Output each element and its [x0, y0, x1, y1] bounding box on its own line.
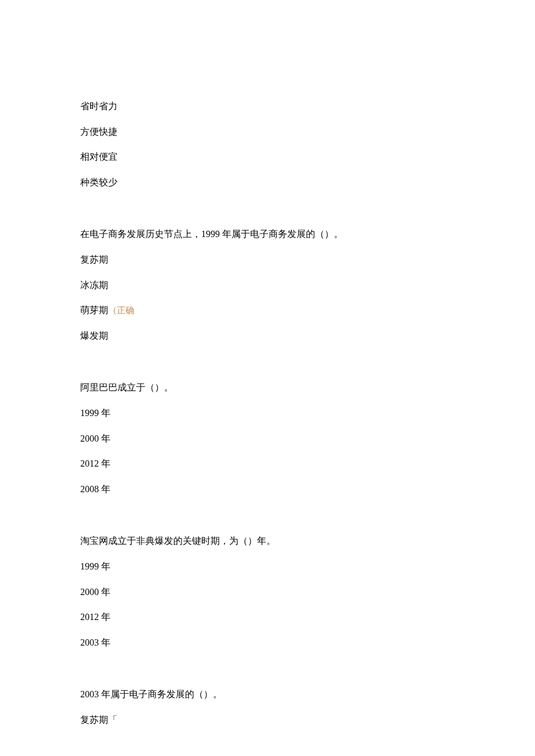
q2-option-3: 萌芽期（正确	[80, 303, 535, 318]
q3-option-2: 2000 年	[80, 431, 535, 446]
q2-option-2: 冰冻期	[80, 278, 535, 293]
q3-question: 阿里巴巴成立于（）。	[80, 380, 535, 395]
q1-option-4: 种类较少	[80, 175, 535, 190]
q1-option-2: 方便快捷	[80, 124, 535, 139]
q1-option-1: 省时省力	[80, 99, 535, 114]
q4-option-1: 1999 年	[80, 559, 535, 574]
q4-option-3: 2012 年	[80, 610, 535, 625]
q4-question: 淘宝网成立于非典爆发的关键时期，为（）年。	[80, 533, 535, 549]
q2-question: 在电子商务发展历史节点上，1999 年属于电子商务发展的（）。	[80, 227, 535, 242]
q2-option-4: 爆发期	[80, 328, 535, 343]
q2-option-1: 复苏期	[80, 252, 535, 267]
q2-option-3-text: 萌芽期	[80, 305, 108, 315]
q4-option-2: 2000 年	[80, 585, 535, 600]
q3-option-4: 2008 年	[80, 482, 535, 497]
q3-option-3: 2012 年	[80, 456, 535, 471]
q4-option-4: 2003 年	[80, 635, 535, 650]
q5-question: 2003 年属于电子商务发展的（）。	[80, 687, 535, 702]
q5-option-1: 复苏期「	[80, 712, 535, 728]
q2-annotation: （正确	[108, 306, 134, 315]
q3-option-1: 1999 年	[80, 406, 535, 421]
q1-option-3: 相对便宜	[80, 149, 535, 164]
